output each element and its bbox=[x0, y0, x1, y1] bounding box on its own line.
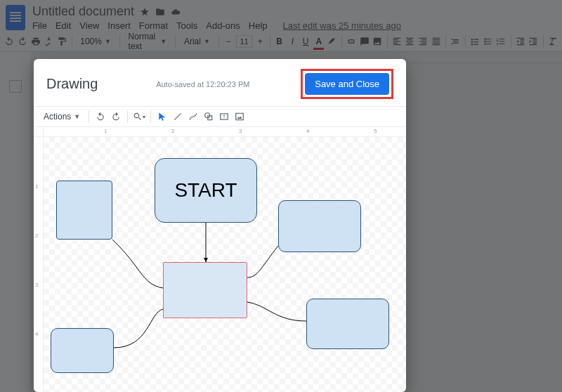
svg-text:T: T bbox=[223, 115, 226, 119]
shape-right2[interactable] bbox=[306, 299, 389, 349]
shape-start-label: START bbox=[174, 179, 237, 202]
drawing-dialog: Drawing Auto-saved at 12:20:23 PM Save a… bbox=[34, 59, 406, 392]
shape-center[interactable] bbox=[163, 262, 247, 318]
drawing-ruler-corner bbox=[34, 127, 44, 137]
drawing-select-tool-icon[interactable] bbox=[155, 110, 169, 124]
drawing-zoom-icon[interactable]: ▾ bbox=[132, 110, 146, 124]
drawing-toolbar: Actions ▼ ▾ T bbox=[34, 106, 406, 127]
drawing-ruler-vertical: 1 2 3 4 bbox=[34, 137, 44, 392]
save-and-close-button[interactable]: Save and Close bbox=[305, 73, 389, 95]
shape-left1[interactable] bbox=[56, 181, 112, 240]
drawing-textbox-tool-icon[interactable]: T bbox=[217, 110, 231, 124]
drawing-curve-tool-icon[interactable] bbox=[186, 110, 200, 124]
drawing-redo-icon[interactable] bbox=[109, 110, 123, 124]
drawing-dialog-title: Drawing bbox=[46, 76, 98, 92]
drawing-shape-tool-icon[interactable] bbox=[202, 110, 216, 124]
connector-left2-center[interactable] bbox=[114, 309, 163, 348]
shape-start[interactable]: START bbox=[155, 158, 257, 223]
drawing-actions-label: Actions bbox=[44, 112, 71, 122]
save-close-highlight: Save and Close bbox=[301, 69, 393, 99]
drawing-actions-menu[interactable]: Actions ▼ bbox=[39, 112, 84, 122]
shape-left2[interactable] bbox=[51, 328, 114, 373]
drawing-dialog-header: Drawing Auto-saved at 12:20:23 PM Save a… bbox=[34, 59, 406, 106]
connector-left1-center[interactable] bbox=[112, 240, 163, 288]
drawing-line-tool-icon[interactable] bbox=[171, 110, 185, 124]
connector-right2-center[interactable] bbox=[247, 302, 306, 321]
drawing-image-tool-icon[interactable] bbox=[233, 110, 247, 124]
shape-right1[interactable] bbox=[278, 200, 361, 252]
drawing-autosave-text: Auto-saved at 12:20:23 PM bbox=[98, 80, 301, 89]
connector-right1-center[interactable] bbox=[247, 246, 278, 277]
drawing-canvas[interactable]: START bbox=[44, 137, 406, 392]
svg-rect-4 bbox=[236, 113, 244, 119]
drawing-undo-icon[interactable] bbox=[93, 110, 107, 124]
drawing-ruler-horizontal: 1 2 3 4 5 bbox=[44, 127, 406, 137]
